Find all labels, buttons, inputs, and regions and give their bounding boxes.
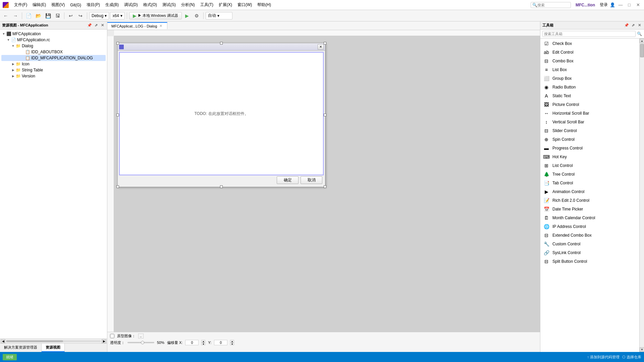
toolbox-close-btn[interactable]: ✕	[637, 23, 642, 28]
doc-tab-close-btn[interactable]: ✕	[159, 24, 163, 28]
dialog-window-close-btn[interactable]: ✕	[318, 44, 324, 50]
debug-options-button[interactable]: ⚙	[193, 11, 201, 20]
resize-handle-br[interactable]	[324, 185, 326, 188]
toolbox-item-16[interactable]: 📑Tab Control	[540, 179, 639, 187]
offset-x-down-btn[interactable]: ▼	[201, 343, 205, 345]
toolbox-item-2[interactable]: ⊟Combo Box	[540, 57, 639, 65]
offset-x-up-btn[interactable]: ▲	[201, 340, 205, 343]
resize-handle-tm[interactable]	[220, 42, 223, 45]
back-button[interactable]: ←	[1, 11, 10, 20]
offset-y-spin[interactable]: ▲ ▼	[230, 340, 234, 345]
auto-dropdown[interactable]: 自动 ▾	[206, 12, 232, 19]
config-dropdown[interactable]: Debug ▾	[89, 12, 109, 19]
source-control-label[interactable]: ↑ 添加到源代码管理	[587, 355, 620, 360]
prototype-checkbox[interactable]	[110, 334, 114, 338]
toolbox-search-input[interactable]	[542, 31, 636, 37]
tree-expand-version[interactable]: ▶	[11, 74, 15, 78]
vscroll-thumb[interactable]	[640, 44, 644, 57]
menu-item-w[interactable]: 窗口(W)	[235, 1, 255, 9]
transparency-slider[interactable]	[127, 342, 154, 343]
toolbox-item-14[interactable]: ⊞List Control	[540, 161, 639, 170]
toolbox-float-btn[interactable]: ⇗	[630, 23, 636, 28]
toolbox-item-24[interactable]: 🔗SysLink Control	[540, 248, 639, 257]
toolbox-item-6[interactable]: AStatic Text	[540, 92, 639, 100]
select-repo-label[interactable]: ⎔ 选择仓库	[622, 355, 641, 360]
toolbox-item-18[interactable]: 📝Rich Edit 2.0 Control	[540, 196, 639, 205]
menu-item-t[interactable]: 工具(T)	[198, 1, 216, 9]
toolbox-item-3[interactable]: ≡List Box	[540, 65, 639, 74]
toolbox-item-12[interactable]: ▬Progress Control	[540, 144, 639, 153]
toolbox-item-4[interactable]: ⬜Group Box	[540, 74, 639, 83]
menu-item-x[interactable]: 扩展(X)	[216, 1, 235, 9]
menu-item-n[interactable]: 分析(N)	[178, 1, 198, 9]
transparency-slider-thumb[interactable]	[141, 341, 144, 344]
dialog-window[interactable]: ✕ TODO: 在此放置对话框控件。 确定 取消	[117, 43, 325, 187]
debug-play-button[interactable]: ▶	[183, 11, 192, 20]
new-item-button[interactable]: 📄	[24, 11, 33, 20]
save-all-button[interactable]: 🖫	[53, 11, 62, 20]
offset-x-spin[interactable]: ▲ ▼	[201, 340, 205, 345]
menu-item-s[interactable]: 测试(S)	[160, 1, 178, 9]
tree-expand-string-table[interactable]: ▶	[11, 68, 15, 72]
tree-item-rc[interactable]: ▼ 📄 MFCApplication.rc	[1, 37, 106, 43]
hscroll-thumb[interactable]	[6, 340, 63, 342]
global-search-input[interactable]	[537, 3, 568, 7]
offset-y-down-btn[interactable]: ▼	[230, 343, 234, 345]
global-search-box[interactable]: 🔍	[531, 2, 571, 8]
left-hscrollbar[interactable]: ◀ ▶	[0, 339, 107, 343]
doc-tab-dialog[interactable]: MFCApplicat...LOG - Dialog ✕	[107, 22, 167, 29]
toolbox-vscrollbar[interactable]: ▲ ▼	[639, 39, 644, 352]
offset-y-input[interactable]	[214, 340, 227, 345]
tree-expand-icon[interactable]: ▶	[11, 62, 15, 66]
dialog-cancel-button[interactable]: 取消	[301, 176, 322, 184]
tree-item-dialog-folder[interactable]: ▼ 📁 Dialog	[1, 43, 106, 49]
panel-pin-button[interactable]: 📌	[87, 23, 92, 28]
hscroll-track[interactable]	[6, 340, 101, 342]
tab-resource-view[interactable]: 资源视图	[42, 344, 65, 352]
toolbox-item-13[interactable]: ⌨Hot Key	[540, 153, 639, 161]
toolbox-item-9[interactable]: ↕Vertical Scroll Bar	[540, 118, 639, 126]
tree-expand-dialog[interactable]: ▼	[11, 44, 15, 48]
canvas-area[interactable]: ✕ TODO: 在此放置对话框控件。 确定 取消	[114, 36, 540, 332]
toolbox-item-19[interactable]: 📅Date Time Picker	[540, 205, 639, 214]
menu-item-b[interactable]: 生成(B)	[103, 1, 121, 9]
undo-button[interactable]: ↩	[66, 11, 75, 20]
offset-x-input[interactable]	[185, 340, 199, 345]
toolbox-item-23[interactable]: 🔧Custom Control	[540, 240, 639, 248]
toolbox-item-0[interactable]: ☑Check Box	[540, 39, 639, 48]
vscroll-down-btn[interactable]: ▼	[640, 347, 644, 352]
toolbox-item-22[interactable]: ⊟Extended Combo Box	[540, 231, 639, 240]
toolbox-item-17[interactable]: ▶Animation Control	[540, 187, 639, 196]
dialog-body[interactable]: TODO: 在此放置对话框控件。	[119, 52, 324, 175]
tree-item-mfc-dialog[interactable]: 📋 IDD_MFCAPPLICATION_DIALOG	[1, 55, 106, 61]
toolbox-item-21[interactable]: 🌐IP Address Control	[540, 222, 639, 231]
menu-item-gitg[interactable]: Git(G)	[67, 2, 84, 8]
redo-button[interactable]: ↪	[76, 11, 85, 20]
forward-button[interactable]: →	[11, 11, 20, 20]
vscroll-up-btn[interactable]: ▲	[640, 39, 644, 43]
toolbox-item-10[interactable]: ⊟Slider Control	[540, 126, 639, 135]
login-label[interactable]: 登录	[600, 2, 608, 8]
tab-solution-explorer[interactable]: 解决方案资源管理器	[0, 344, 42, 352]
toolbox-item-5[interactable]: ◉Radio Button	[540, 83, 639, 92]
save-button[interactable]: 💾	[44, 11, 52, 20]
hscroll-right-btn[interactable]: ▶	[102, 339, 106, 343]
tree-item-root[interactable]: ▼ ⬛ MFCApplication	[1, 31, 106, 37]
toolbox-item-7[interactable]: 🖼Picture Control	[540, 100, 639, 109]
tree-item-string-table[interactable]: ▶ 📁 String Table	[1, 67, 106, 73]
open-button[interactable]: 📂	[34, 11, 43, 20]
menu-item-v[interactable]: 视图(V)	[49, 1, 67, 9]
toolbox-item-11[interactable]: ⊕Spin Control	[540, 135, 639, 144]
tree-item-icon-folder[interactable]: ▶ 📁 Icon	[1, 61, 106, 67]
prototype-browse-btn[interactable]: ..	[138, 334, 144, 339]
toolbox-item-1[interactable]: abEdit Control	[540, 48, 639, 57]
resize-handle-mr[interactable]	[324, 114, 326, 116]
minimize-button[interactable]: —	[617, 2, 624, 8]
tree-expand-rc[interactable]: ▼	[6, 38, 11, 42]
offset-y-up-btn[interactable]: ▲	[230, 340, 234, 343]
hscroll-left-btn[interactable]: ◀	[1, 339, 5, 343]
platform-dropdown[interactable]: x64 ▾	[110, 12, 124, 19]
menu-item-f[interactable]: 文件(F)	[11, 1, 30, 9]
maximize-button[interactable]: □	[626, 2, 633, 8]
toolbox-item-8[interactable]: ↔Horizontal Scroll Bar	[540, 109, 639, 118]
